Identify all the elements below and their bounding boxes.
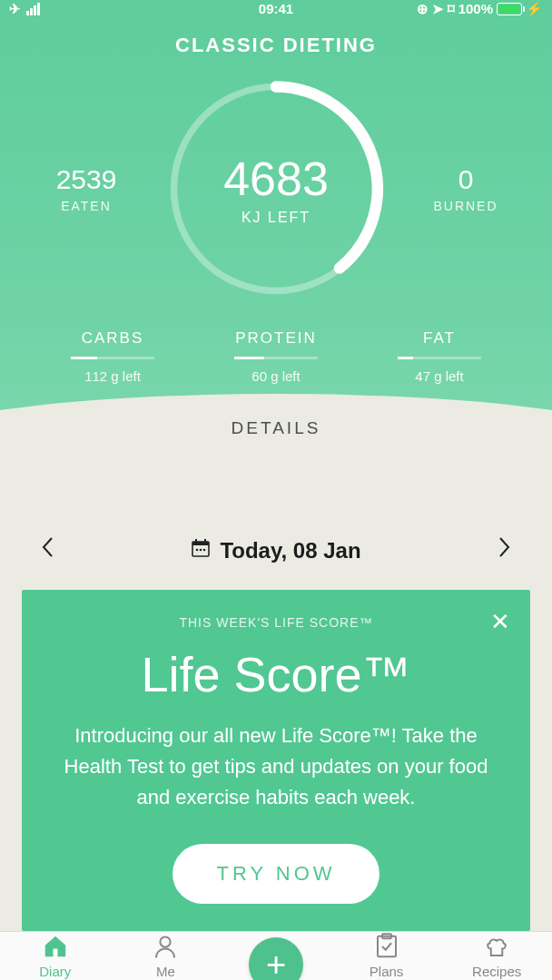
svg-rect-2 [192, 542, 209, 545]
location-icon: ➤ [432, 1, 444, 17]
card-eyebrow: THIS WEEK'S LIFE SCORE™ [47, 615, 505, 630]
macro-protein-name: PROTEIN [208, 329, 344, 348]
previous-day-button[interactable] [34, 536, 62, 564]
details-button[interactable]: DETAILS [0, 384, 552, 447]
macro-fat[interactable]: FAT 47 g left [371, 329, 508, 384]
person-icon [152, 933, 179, 960]
macro-carbs-name: CARBS [44, 329, 181, 348]
date-bar: Today, 08 Jan [0, 502, 552, 590]
battery-percent: 100% [458, 1, 493, 16]
macro-carbs-remaining: 112 g left [44, 368, 181, 384]
plan-title: CLASSIC DIETING [0, 17, 552, 66]
add-button[interactable]: + [249, 937, 303, 980]
tab-diary-label: Diary [39, 964, 71, 979]
tab-plans[interactable]: Plans [331, 932, 442, 980]
energy-ring[interactable]: 4683 KJ LEFT [163, 75, 389, 302]
ring-value: 4683 [223, 152, 329, 206]
tab-plans-label: Plans [370, 964, 404, 979]
tab-me[interactable]: Me [111, 932, 222, 980]
date-label: Today, 08 Jan [220, 538, 360, 564]
ring-label: KJ LEFT [242, 210, 310, 226]
svg-point-5 [196, 548, 199, 551]
eaten-label: EATEN [36, 199, 136, 213]
burned-stat: 0 BURNED [416, 164, 516, 213]
charging-icon: ⚡ [526, 1, 543, 17]
tab-diary[interactable]: Diary [0, 932, 111, 980]
burned-label: BURNED [416, 199, 516, 213]
macro-fat-remaining: 47 g left [371, 368, 508, 384]
tab-me-label: Me [156, 964, 175, 979]
svg-point-7 [203, 548, 206, 551]
macro-protein[interactable]: PROTEIN 60 g left [208, 329, 344, 384]
life-score-card: ✕ THIS WEEK'S LIFE SCORE™ Life Score™ In… [22, 590, 530, 931]
tab-recipes[interactable]: Recipes [441, 932, 552, 980]
status-bar: ✈ 09:41 ⊕ ➤ ⌑ 100% ⚡ [0, 0, 552, 17]
lock-rotation-icon: ⊕ [417, 1, 429, 17]
svg-rect-3 [195, 539, 197, 544]
eaten-stat: 2539 EATEN [36, 164, 136, 213]
status-time: 09:41 [259, 1, 293, 16]
svg-point-6 [200, 548, 202, 551]
svg-rect-4 [204, 539, 206, 544]
dashboard-hero: CLASSIC DIETING 2539 EATEN 4683 KJ LEFT … [0, 17, 552, 502]
battery-icon [497, 3, 522, 15]
plus-icon: + [266, 946, 286, 980]
eaten-value: 2539 [36, 164, 136, 195]
burned-value: 0 [416, 164, 516, 195]
signal-icon [26, 3, 40, 15]
svg-point-8 [161, 937, 171, 947]
next-day-button[interactable] [490, 536, 518, 564]
calendar-icon [191, 538, 211, 564]
macro-protein-remaining: 60 g left [208, 368, 344, 384]
card-body: Introducing our all new Life Score™! Tak… [47, 720, 505, 813]
card-title: Life Score™ [47, 646, 505, 702]
airplane-icon: ✈ [9, 1, 21, 17]
airplay-icon: ⌑ [448, 1, 455, 17]
macro-carbs[interactable]: CARBS 112 g left [44, 329, 181, 384]
tab-recipes-label: Recipes [472, 964, 521, 979]
macro-fat-name: FAT [371, 329, 508, 348]
tab-bar: Diary Me Plans Recipes + [0, 931, 552, 980]
date-picker[interactable]: Today, 08 Jan [191, 538, 360, 564]
try-now-button[interactable]: TRY NOW [172, 844, 379, 904]
checklist-icon [373, 933, 400, 960]
home-icon [42, 933, 69, 960]
chef-hat-icon [483, 933, 510, 960]
